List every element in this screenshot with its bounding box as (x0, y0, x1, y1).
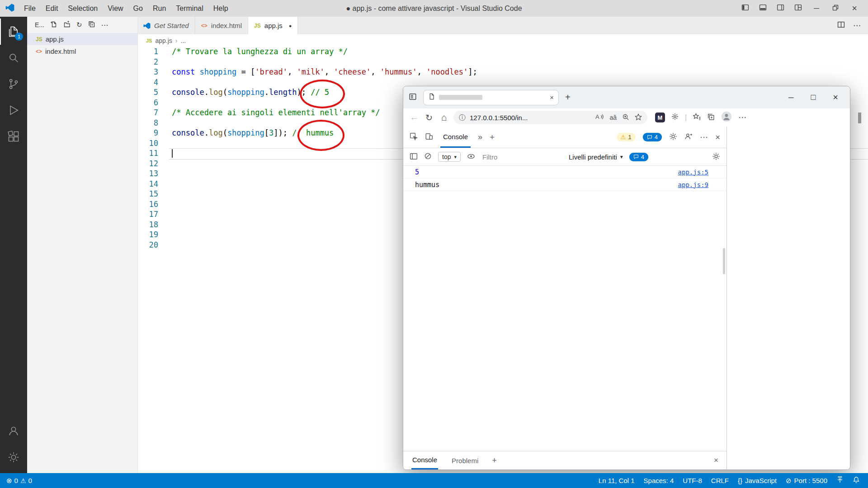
inspect-element-icon[interactable] (410, 132, 418, 142)
tab-get-started[interactable]: Get Started (137, 17, 195, 34)
status-crlf[interactable]: CRLF (711, 477, 729, 484)
drawer-tab-problemi[interactable]: Problemi (451, 451, 479, 469)
menu-run[interactable]: Run (148, 5, 171, 13)
devtools-settings-gear-icon[interactable] (669, 132, 677, 142)
zoom-icon[interactable] (622, 113, 629, 122)
activitybar-run-debug[interactable] (0, 97, 27, 123)
browser-minimize-button[interactable]: ─ (788, 94, 793, 102)
message-count-badge[interactable]: 4 (643, 133, 662, 141)
console-sidebar-icon[interactable] (410, 152, 418, 162)
devtools-close-icon[interactable]: × (715, 132, 720, 142)
browser-settings-more-icon[interactable]: ⋯ (738, 113, 746, 122)
customize-layout-icon[interactable] (794, 4, 802, 13)
close-window-button[interactable]: × (850, 3, 859, 14)
menu-help[interactable]: Help (208, 5, 233, 13)
status-javascript[interactable]: {}JavaScript (738, 477, 777, 484)
add-panel-icon[interactable]: + (490, 132, 495, 142)
feedback-icon[interactable] (684, 132, 693, 142)
drawer-tab-console[interactable]: Console (411, 451, 438, 469)
read-aloud-icon[interactable]: A (595, 113, 604, 122)
dirty-indicator-icon[interactable]: ● (289, 23, 292, 28)
console-settings-gear-icon[interactable] (712, 152, 720, 162)
browser-essentials-icon[interactable] (671, 113, 679, 122)
status-ln-11-col-1[interactable]: Ln 11, Col 1 (599, 477, 635, 484)
problems-indicator[interactable]: ⊗ 0 ⚠ 0 (6, 477, 32, 485)
device-toolbar-icon[interactable] (425, 132, 433, 142)
devtools-tab-console[interactable]: Console (440, 127, 471, 148)
new-tab-button[interactable]: + (565, 92, 571, 103)
activitybar-accounts[interactable] (0, 418, 27, 444)
clear-console-icon[interactable] (424, 152, 432, 161)
minimize-button[interactable]: ─ (812, 4, 821, 13)
devtools-scrollbar-thumb[interactable] (723, 248, 725, 274)
file-item-index.html[interactable]: <>index.html (27, 45, 137, 57)
javascript-context-selector[interactable]: top▾ (438, 152, 461, 162)
activitybar-source-control[interactable] (0, 71, 27, 97)
menu-selection[interactable]: Selection (63, 5, 103, 13)
browser-tab[interactable]: × (423, 90, 559, 105)
split-editor-icon[interactable] (837, 21, 845, 30)
menu-terminal[interactable]: Terminal (171, 5, 208, 13)
collections-icon[interactable] (707, 113, 715, 122)
status-port-5500[interactable]: ⊘Port : 5500 (786, 477, 827, 485)
address-bar[interactable]: ⓘ 127.0.0.1:5500/in... A aă (453, 111, 647, 124)
live-expression-eye-icon[interactable] (467, 152, 475, 162)
page-icon (428, 93, 435, 102)
toggle-panel-icon[interactable] (759, 4, 767, 13)
radio-tower-icon[interactable] (836, 476, 844, 485)
new-file-icon[interactable] (50, 21, 57, 29)
console-source-link[interactable]: app.js:9 (678, 181, 708, 188)
browser-maximize-button[interactable]: □ (811, 93, 816, 102)
log-levels-dropdown[interactable]: Livelli predefiniti▾ (569, 153, 623, 161)
url-text[interactable]: 127.0.0.1:5500/in... (470, 114, 528, 122)
refresh-explorer-icon[interactable]: ↻ (76, 21, 82, 29)
notifications-bell-icon[interactable] (853, 476, 860, 485)
toggle-sidebar-icon[interactable] (741, 4, 749, 13)
file-item-app.js[interactable]: JSapp.js (27, 33, 137, 45)
collapse-folders-icon[interactable] (88, 21, 95, 29)
activitybar-search[interactable] (0, 45, 27, 71)
activitybar-explorer[interactable]: 1 (0, 19, 27, 45)
add-favorite-star-icon[interactable] (635, 113, 642, 122)
breadcrumb[interactable]: JS app.js › ... (137, 34, 868, 47)
favorites-hub-icon[interactable] (693, 113, 701, 122)
tab-title-placeholder (439, 95, 482, 100)
extension-m-icon[interactable]: M (655, 113, 665, 122)
new-folder-icon[interactable] (63, 21, 71, 29)
breadcrumb-more[interactable]: ... (181, 37, 186, 44)
translate-icon[interactable]: aă (609, 114, 617, 121)
drawer-close-icon[interactable]: × (714, 456, 718, 465)
drawer-add-tab-icon[interactable]: + (492, 456, 497, 465)
editor-more-actions-icon[interactable]: ⋯ (853, 21, 861, 30)
menu-view[interactable]: View (103, 5, 128, 13)
menu-go[interactable]: Go (128, 5, 148, 13)
more-panels-icon[interactable]: » (478, 132, 482, 142)
activitybar-settings-gear[interactable] (0, 444, 27, 470)
explorer-more-icon[interactable]: ⋯ (101, 21, 108, 29)
menu-edit[interactable]: Edit (41, 5, 63, 13)
vertical-tabs-icon[interactable] (409, 93, 417, 103)
toggle-secondary-sidebar-icon[interactable] (777, 4, 784, 13)
status-utf-8[interactable]: UTF-8 (683, 477, 702, 484)
home-icon[interactable]: ⌂ (439, 112, 449, 123)
profile-avatar[interactable] (721, 111, 732, 124)
console-filter-input[interactable] (481, 153, 562, 161)
warning-count-badge[interactable]: ⚠1 (617, 133, 636, 141)
refresh-icon[interactable]: ↻ (424, 113, 434, 123)
browser-close-button[interactable]: × (833, 92, 838, 103)
tab-close-icon[interactable]: × (550, 94, 554, 101)
menu-file[interactable]: File (19, 5, 41, 13)
devtools-more-icon[interactable]: ⋯ (700, 132, 708, 142)
tab-index.html[interactable]: <>index.html (195, 17, 248, 34)
back-icon[interactable]: ← (409, 113, 420, 122)
console-source-link[interactable]: app.js:5 (678, 169, 708, 176)
restore-button[interactable] (831, 4, 840, 13)
status-spaces-4[interactable]: Spaces: 4 (644, 477, 674, 484)
filter-message-count-badge[interactable]: 4 (629, 153, 648, 161)
tab-app.js[interactable]: JSapp.js● (248, 17, 298, 34)
activitybar-extensions[interactable] (0, 123, 27, 150)
site-info-icon[interactable]: ⓘ (459, 113, 466, 122)
breadcrumb-file[interactable]: app.js (155, 37, 172, 44)
editor-scrollbar-thumb[interactable] (858, 113, 861, 123)
code-line-3: const shopping = ['bread', 'milk', 'chee… (172, 67, 868, 77)
